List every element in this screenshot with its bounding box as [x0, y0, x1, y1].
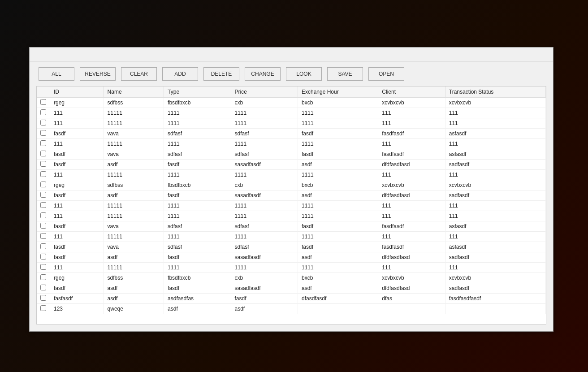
cell-2: asdfasdfas [164, 294, 231, 304]
table-row[interactable]: fasdfvavasdfasfsdfasffasdffasdfasdfasfas… [37, 242, 546, 252]
cell-5: 111 [378, 170, 445, 180]
table-row[interactable]: fasdfvavasdfasfsdfasffasdffasdfasdfasfas… [37, 129, 546, 139]
cell-6: 111 [445, 139, 545, 149]
cell-6: asfasdf [445, 129, 545, 139]
table-row[interactable]: 11111111111111111111111111 [37, 201, 546, 211]
table-container: ID Name Type Price Exchange Hour Client … [36, 86, 546, 324]
cell-6: 111 [445, 108, 545, 118]
cell-2: 1111 [164, 263, 231, 273]
table-row[interactable]: 123qweqeasdfasdf [37, 304, 546, 314]
add-button[interactable]: ADD [162, 67, 198, 81]
cell-0: fasfasdf [50, 294, 104, 304]
look-button[interactable]: LOOK [286, 67, 322, 81]
row-checkbox[interactable] [40, 182, 46, 187]
cell-0: 111 [50, 139, 104, 149]
cell-1: 11111 [104, 108, 164, 118]
table-row[interactable]: fasdfvavasdfasfsdfasffasdffasdfasdfasfas… [37, 149, 546, 160]
cell-6: 111 [445, 232, 545, 242]
row-checkbox[interactable] [40, 161, 46, 167]
row-checkbox[interactable] [40, 295, 46, 301]
row-checkbox[interactable] [40, 233, 46, 239]
row-checkbox[interactable] [40, 264, 46, 270]
table-row[interactable]: 11111111111111111111111111 [37, 232, 546, 242]
cell-2: fbsdfbxcb [164, 273, 231, 283]
cell-6: 111 [445, 118, 545, 129]
cell-6: xcvbxcvb [445, 273, 545, 283]
table-row[interactable]: 11111111111111111111111111 [37, 118, 546, 129]
cell-2: fasdf [164, 190, 231, 201]
cell-5: 111 [378, 263, 445, 273]
delete-button[interactable]: DELETE [203, 67, 239, 81]
row-checkbox[interactable] [40, 140, 46, 146]
table-row[interactable]: rgegsdfbssfbsdfbxcbcxbbxcbxcvbxcvbxcvbxc… [37, 180, 546, 190]
row-checkbox[interactable] [40, 202, 46, 208]
cell-3: fasdf [231, 294, 298, 304]
cell-5: 111 [378, 118, 445, 129]
cell-4: 1111 [298, 201, 378, 211]
row-checkbox[interactable] [40, 130, 46, 136]
cell-0: rgeg [50, 98, 104, 108]
cell-2: 1111 [164, 232, 231, 242]
change-button[interactable]: CHANGE [245, 67, 281, 81]
cell-2: fbsdfbxcb [164, 98, 231, 108]
row-checkbox[interactable] [40, 99, 46, 105]
table-row[interactable]: 11111111111111111111111111 [37, 170, 546, 180]
cell-1: 11111 [104, 232, 164, 242]
clear-button[interactable]: CLEAR [121, 67, 157, 81]
table-row[interactable]: fasdfasdffasdfsasadfasdfasdfdfdfasdfasds… [37, 190, 546, 201]
header-name: Name [104, 87, 164, 98]
table-row[interactable]: 11111111111111111111111111 [37, 139, 546, 149]
cell-1: asdf [104, 252, 164, 263]
close-button[interactable] [540, 50, 549, 59]
cell-4: 1111 [298, 211, 378, 221]
row-checkbox[interactable] [40, 171, 46, 177]
row-checkbox[interactable] [40, 109, 46, 115]
cell-6: asfasdf [445, 221, 545, 232]
table-row[interactable]: fasdfasdffasdfsasadfasdfasdfdfdfasdfasds… [37, 252, 546, 263]
cell-3: sasadfasdf [231, 283, 298, 294]
table-row[interactable]: 11111111111111111111111111 [37, 211, 546, 221]
table-row[interactable]: fasfasdfasdfasdfasdfasfasdfdfasdfasdfdfa… [37, 294, 546, 304]
cell-6: sadfasdf [445, 160, 545, 170]
cell-3: 1111 [231, 170, 298, 180]
row-checkbox[interactable] [40, 212, 46, 218]
table-row[interactable]: fasdfasdffasdfsasadfasdfasdfdfdfasdfasds… [37, 160, 546, 170]
cell-3: 1111 [231, 232, 298, 242]
row-checkbox[interactable] [40, 305, 46, 311]
cell-4: asdf [298, 283, 378, 294]
cell-1: vava [104, 221, 164, 232]
row-checkbox[interactable] [40, 120, 46, 125]
cell-1: asdf [104, 160, 164, 170]
table-row[interactable]: rgegsdfbssfbsdfbxcbcxbbxcbxcvbxcvbxcvbxc… [37, 273, 546, 283]
cell-5: 111 [378, 108, 445, 118]
all-button[interactable]: ALL [39, 67, 74, 81]
table-body: rgegsdfbssfbsdfbxcbcxbbxcbxcvbxcvbxcvbxc… [37, 98, 546, 314]
table-row[interactable]: fasdfasdffasdfsasadfasdfasdfdfdfasdfasds… [37, 283, 546, 294]
cell-3: sdfasf [231, 242, 298, 252]
cell-4: asdf [298, 252, 378, 263]
table-row[interactable]: 11111111111111111111111111 [37, 263, 546, 273]
cell-3: sasadfasdf [231, 252, 298, 263]
cell-3: sdfasf [231, 149, 298, 160]
header-id: ID [50, 87, 104, 98]
row-checkbox[interactable] [40, 285, 46, 290]
save-button[interactable]: SAVE [327, 67, 363, 81]
table-row[interactable]: fasdfvavasdfasfsdfasffasdffasdfasdfasfas… [37, 221, 546, 232]
row-checkbox[interactable] [40, 254, 46, 260]
row-checkbox[interactable] [40, 243, 46, 249]
table-row[interactable]: 11111111111111111111111111 [37, 108, 546, 118]
cell-5: dfdfasdfasd [378, 283, 445, 294]
cell-5: 111 [378, 232, 445, 242]
row-checkbox[interactable] [40, 274, 46, 280]
cell-5: dfdfasdfasd [378, 160, 445, 170]
row-checkbox[interactable] [40, 192, 46, 198]
open-button[interactable]: OPEN [368, 67, 404, 81]
header-client: Client [378, 87, 445, 98]
header-status: Transaction Status [445, 87, 545, 98]
row-checkbox[interactable] [40, 151, 46, 156]
table-wrapper[interactable]: ID Name Type Price Exchange Hour Client … [37, 87, 546, 324]
row-checkbox[interactable] [40, 223, 46, 229]
reverse-button[interactable]: REVERSE [80, 67, 116, 81]
table-row[interactable]: rgegsdfbssfbsdfbxcbcxbbxcbxcvbxcvbxcvbxc… [37, 98, 546, 108]
cell-1: sdfbss [104, 180, 164, 190]
